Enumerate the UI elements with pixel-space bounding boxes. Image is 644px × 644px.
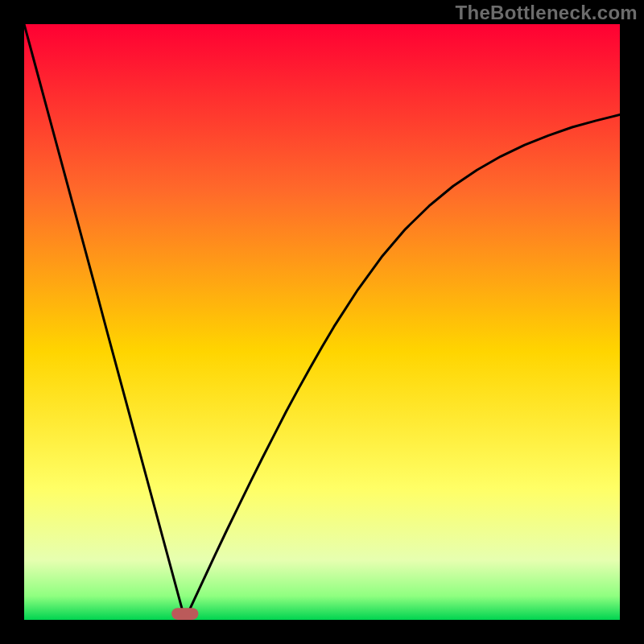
- plot-area: [24, 24, 620, 620]
- chart-svg: [24, 24, 620, 620]
- optimal-marker: [171, 608, 198, 620]
- watermark-text: TheBottleneck.com: [456, 2, 638, 24]
- gradient-background: [24, 24, 620, 620]
- chart-frame: TheBottleneck.com: [0, 0, 644, 644]
